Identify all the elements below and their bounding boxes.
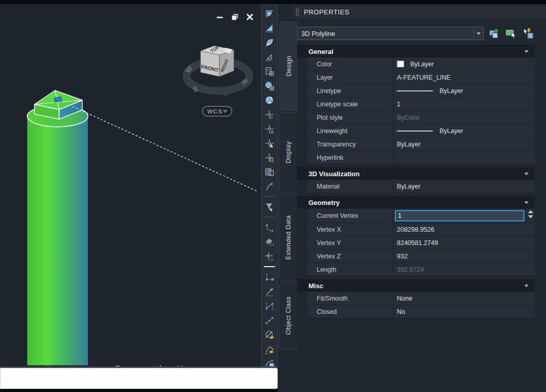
match-properties-icon[interactable] [263,166,276,178]
property-value-text: ByLayer [395,141,421,148]
curve-from-end-icon[interactable] [263,221,276,233]
deflection-distance-icon[interactable] [263,51,276,63]
property-value-color[interactable]: ByLayer [393,58,535,70]
object-type-value: 3D Polyline [298,30,474,38]
zoom-to-point-icon[interactable] [263,152,276,163]
quick-select-icon[interactable] [521,27,535,40]
property-value-vertex-y[interactable]: 8240581.2749 [393,236,535,249]
section-header-3d-visualization[interactable]: 3D Visualization [297,167,535,180]
azimuth-distance-icon[interactable] [263,36,276,48]
property-value-plot-style: ByColor [393,111,535,124]
grid-northing-easting-icon[interactable] [263,80,276,91]
property-value-layer[interactable]: A-FEATURE_LINE [393,71,535,84]
property-label: Vertex Z [307,250,393,263]
tab-extended-data[interactable]: Extended Data [279,194,297,281]
property-row-linetype-scale: Linetype scale1 [307,98,535,111]
point-station-icon[interactable] [263,250,276,262]
3d-polyline-object[interactable] [27,90,88,365]
property-value-vertex-x[interactable]: 208298.9526 [393,223,535,236]
restore-button[interactable] [230,12,240,22]
property-row-vertex-z: Vertex Z932 [307,250,535,263]
match-parameters-icon[interactable] [263,201,276,213]
tab-label: Display [285,141,292,163]
palette-title: PROPERTIES [304,8,350,16]
coordinate-system-dropdown[interactable]: WCS [203,106,232,116]
section-title: General [297,48,524,55]
property-value-linetype[interactable]: ByLayer [393,84,535,97]
property-value-length: 392.6724 [393,263,535,276]
point-name-icon[interactable] [263,123,276,135]
slope-grade-icon[interactable] [263,300,276,312]
application-window: W S E TOP FRONT RIGHT WCS [0,0,546,392]
spinner-down-icon[interactable] [528,215,533,218]
viewcube-menu-arrow-icon[interactable] [223,94,229,97]
section-header-misc[interactable]: Misc [297,279,535,292]
close-button[interactable] [245,12,255,22]
station-offset-icon[interactable] [263,180,276,192]
section-header-general[interactable]: General [297,45,535,58]
property-label: Fit/Smooth [307,292,393,305]
property-label: Color [307,58,393,70]
line-extension-icon[interactable] [263,314,276,326]
property-label: Lineweight [307,124,393,137]
vertex-spinner[interactable] [528,210,533,218]
chevron-down-icon[interactable] [524,201,529,204]
property-value-text: ByLayer [408,61,434,68]
viewcube-front-face[interactable] [201,51,220,77]
angle-measure-icon[interactable] [263,343,276,355]
property-row-plot-style: Plot styleByColor [307,111,535,124]
property-value-fit-smooth[interactable]: None [393,292,535,305]
tab-display[interactable]: Display [279,112,297,193]
vertex-grip[interactable] [54,97,62,102]
property-label: Transparency [307,138,393,151]
property-row-color: ColorByLayer [307,58,535,71]
surface-elevation-icon[interactable] [263,236,276,248]
property-value-hyperlink[interactable] [393,151,535,164]
palette-title-bar[interactable]: PROPERTIES [292,5,546,20]
tab-object-class[interactable]: Object Class [279,282,297,349]
property-value-closed[interactable]: No [393,305,535,318]
color-swatch[interactable] [397,61,404,67]
linetype-sample-icon [397,90,433,91]
command-line-input[interactable] [0,368,278,389]
property-value-vertex-z[interactable]: 932 [393,250,535,263]
property-value-current-vertex[interactable]: 1 [393,209,535,222]
chevron-down-icon[interactable] [524,173,529,175]
dropdown-chevron-icon[interactable] [474,32,483,35]
side-shot-icon[interactable] [263,271,276,283]
property-value-text: No [395,308,405,315]
viewcube[interactable]: W S E TOP FRONT RIGHT [184,44,250,97]
property-row-length: Length392.6724 [307,263,535,276]
property-value-text: None [395,295,412,302]
angle-distance-icon[interactable] [263,8,276,20]
chevron-down-icon[interactable] [524,50,529,53]
tab-design[interactable]: Design [279,22,298,110]
section-header-geometry[interactable]: Geometry [297,196,535,209]
property-value-material[interactable]: ByLayer [393,180,535,193]
drawing-viewport[interactable]: W S E TOP FRONT RIGHT WCS [0,4,261,366]
point-number-icon[interactable] [263,108,276,120]
angle-turn-icon[interactable] [263,286,276,297]
northing-easting-icon[interactable] [263,65,276,77]
property-value-text: ByLayer [438,127,463,135]
property-label: Current Vertex [307,209,393,222]
chevron-down-icon[interactable] [524,285,529,287]
property-value-linetype-scale[interactable]: 1 [393,98,535,110]
transparent-commands-toolbar [261,4,278,366]
minimize-button[interactable] [215,12,225,22]
pickadd-toggle-icon[interactable] [487,27,501,40]
select-objects-icon[interactable] [504,27,518,40]
property-row-linetype: LinetypeByLayer [307,84,535,98]
bearing-distance-icon[interactable] [263,22,276,34]
property-label: Plot style [307,111,393,124]
property-label: Vertex Y [307,236,393,249]
property-value-transparency[interactable]: ByLayer [393,138,535,151]
point-object-icon[interactable] [263,137,276,149]
property-value-lineweight[interactable]: ByLayer [393,124,535,137]
spinner-up-icon[interactable] [528,210,533,213]
property-row-material: MaterialByLayer [307,180,535,193]
latitude-longitude-icon[interactable] [263,94,276,106]
current-vertex-input[interactable]: 1 [395,210,524,221]
object-type-dropdown[interactable]: 3D Polyline [297,27,484,40]
circle-tangent-icon[interactable] [263,329,276,341]
